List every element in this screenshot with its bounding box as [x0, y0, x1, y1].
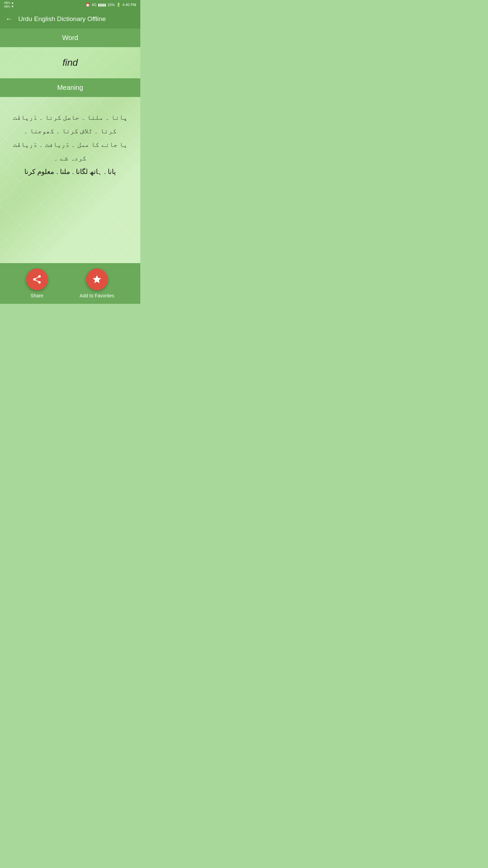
meaning-section-header: Meaning	[0, 78, 140, 97]
network-icon: 4G	[92, 3, 97, 7]
meaning-content: پانا ۔ ملنا ۔ حاصل کرنا ۔ دَریافَت کرنا …	[0, 97, 140, 263]
signal-bars: ▮▮▮▮	[98, 3, 106, 7]
app-header: ← Urdu English Dictionary Offline	[0, 9, 140, 28]
data-indicator: 0B/s ▲ 0B/s ▼	[4, 1, 14, 8]
back-button[interactable]: ←	[5, 15, 13, 23]
battery-level: 10%	[107, 3, 115, 7]
star-icon	[92, 274, 102, 284]
favorites-button-circle	[86, 269, 108, 290]
word-value-section: find	[0, 47, 140, 78]
word-label: Word	[62, 34, 78, 41]
status-bar: 0B/s ▲ 0B/s ▼ ⏰ 4G ▮▮▮▮ 10% 🔋 4:40 PM	[0, 0, 140, 9]
word-value: find	[62, 57, 78, 68]
meaning-label: Meaning	[57, 84, 83, 91]
bottom-bar: Share Add to Favorites	[0, 263, 140, 304]
data-up: 0B/s ▲	[4, 1, 14, 5]
favorites-label: Add to Favorites	[80, 293, 114, 298]
data-down: 0B/s ▼	[4, 5, 14, 8]
alarm-icon: ⏰	[85, 3, 90, 7]
share-button[interactable]: Share	[26, 269, 48, 298]
time-display: 4:40 PM	[122, 3, 136, 7]
word-section-header: Word	[0, 28, 140, 47]
share-label: Share	[30, 293, 43, 298]
main-content: Word find Meaning پانا ۔ ملنا ۔ حاصل کرن…	[0, 28, 140, 263]
share-icon	[32, 274, 42, 284]
status-right: ⏰ 4G ▮▮▮▮ 10% 🔋 4:40 PM	[85, 3, 136, 7]
app-title: Urdu English Dictionary Offline	[18, 15, 106, 23]
meaning-text: پانا ۔ ملنا ۔ حاصل کرنا ۔ دَریافَت کرنا …	[13, 114, 128, 175]
add-to-favorites-button[interactable]: Add to Favorites	[80, 269, 114, 298]
share-button-circle	[26, 269, 48, 290]
battery-icon: 🔋	[116, 3, 121, 7]
